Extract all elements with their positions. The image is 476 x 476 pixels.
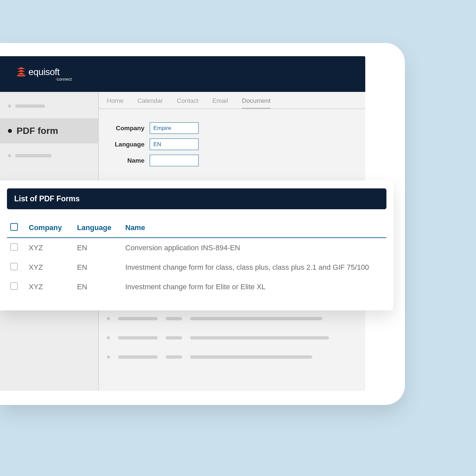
bullet-icon xyxy=(8,104,11,108)
cell-language: EN xyxy=(77,244,125,252)
card-title: List of PDF Forms xyxy=(14,194,80,203)
list-item xyxy=(107,309,357,328)
tab-calendar[interactable]: Calendar xyxy=(138,97,163,104)
sidebar-item-pdf-form[interactable]: PDF form xyxy=(0,118,98,143)
table-row: XYZ EN Investment change form for Elite … xyxy=(7,277,386,297)
tabbar: Home Calendar Contact Email Document xyxy=(99,92,365,109)
table-row: XYZ EN Conversion application INS-894-EN xyxy=(7,238,386,258)
bullet-icon xyxy=(8,154,11,157)
cell-company: XYZ xyxy=(29,244,77,252)
name-field[interactable] xyxy=(150,155,199,166)
table-header-row: Company Language Name xyxy=(7,218,386,238)
col-company[interactable]: Company xyxy=(29,223,77,232)
card-header: List of PDF Forms xyxy=(7,188,386,209)
svg-rect-0 xyxy=(17,75,25,76)
tab-home[interactable]: Home xyxy=(107,97,124,104)
cell-company: XYZ xyxy=(29,263,77,272)
brand-logo: equisoft /connect xyxy=(17,67,72,82)
tab-document[interactable]: Document xyxy=(242,97,271,109)
row-checkbox[interactable] xyxy=(10,263,18,270)
tab-contact[interactable]: Contact xyxy=(177,97,198,104)
placeholder-bar xyxy=(15,104,45,108)
row-checkbox[interactable] xyxy=(10,282,18,290)
tab-email[interactable]: Email xyxy=(212,97,228,104)
col-language[interactable]: Language xyxy=(77,223,125,232)
brand-name: equisoft xyxy=(28,67,60,77)
sidebar-item-label: PDF form xyxy=(17,126,58,136)
cell-name: Investment change form for Elite or Elit… xyxy=(125,283,383,291)
cell-name: Investment change form for class, class … xyxy=(125,263,383,272)
pdf-forms-card: List of PDF Forms Company Language Name … xyxy=(0,180,393,310)
cell-name: Conversion application INS-894-EN xyxy=(125,244,383,252)
list-item xyxy=(107,347,357,367)
bullet-icon xyxy=(8,129,12,133)
filter-label-name: Name xyxy=(107,157,150,164)
company-field[interactable] xyxy=(150,122,199,134)
filter-form: Company Language Name xyxy=(99,109,365,184)
filter-label-company: Company xyxy=(107,125,150,132)
pdf-forms-table: Company Language Name XYZ EN Conversion … xyxy=(7,218,386,297)
placeholder-bar xyxy=(15,154,52,157)
equisoft-logo-icon xyxy=(17,67,26,77)
list-item xyxy=(107,328,357,347)
col-name[interactable]: Name xyxy=(125,223,383,232)
table-row: XYZ EN Investment change form for class,… xyxy=(7,258,386,277)
row-checkbox[interactable] xyxy=(10,243,18,251)
app-header: equisoft /connect xyxy=(0,56,365,92)
cell-language: EN xyxy=(77,263,125,272)
language-field[interactable] xyxy=(150,139,199,150)
sidebar-item-placeholder[interactable] xyxy=(0,101,98,111)
cell-company: XYZ xyxy=(29,283,77,291)
select-all-checkbox[interactable] xyxy=(10,223,18,231)
brand-sub: /connect xyxy=(56,77,72,82)
filter-label-language: Language xyxy=(107,141,150,148)
cell-language: EN xyxy=(77,283,125,291)
sidebar-item-placeholder[interactable] xyxy=(0,151,98,161)
